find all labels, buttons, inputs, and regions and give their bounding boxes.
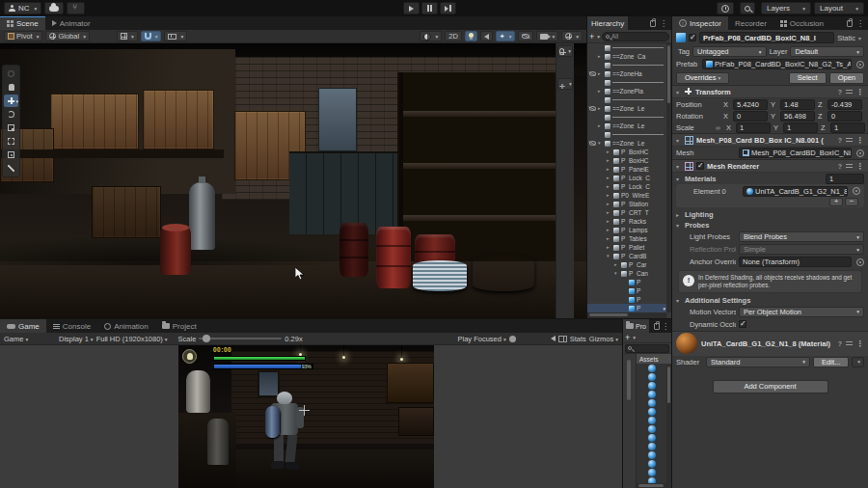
expand-arrow-icon[interactable] <box>607 243 611 252</box>
lock-icon[interactable] <box>847 20 853 27</box>
assets-vertical-scrollbar[interactable] <box>666 365 671 483</box>
active-checkbox[interactable] <box>689 34 696 41</box>
hierarchy-item[interactable]: ==Zone_Le <box>587 122 666 130</box>
foldout-arrow[interactable]: ▾ <box>676 137 682 144</box>
vsync-grid-icon[interactable] <box>558 336 567 342</box>
hierarchy-item[interactable]: P <box>587 278 666 286</box>
asset-item[interactable] <box>637 434 665 442</box>
asset-item[interactable] <box>637 391 665 398</box>
object-picker-icon[interactable] <box>856 149 864 157</box>
expand-arrow-icon[interactable] <box>607 234 611 243</box>
hierarchy-item[interactable]: P_Lock_C <box>587 182 666 191</box>
hidden-objects-toggle[interactable] <box>518 31 533 41</box>
preset-icon[interactable] <box>846 89 853 95</box>
overlay-globe-button[interactable] <box>557 45 573 57</box>
position-x-field[interactable]: 5.4240 <box>733 99 768 110</box>
hierarchy-item[interactable]: ==ZonePla <box>587 87 666 95</box>
cloud-button[interactable] <box>44 2 64 14</box>
layer-dropdown[interactable]: Default <box>790 46 864 57</box>
expand-arrow-icon[interactable] <box>607 208 611 217</box>
tab-animator[interactable]: Animator <box>45 16 97 30</box>
expand-arrow-icon[interactable] <box>607 156 611 165</box>
motion-vectors-dropdown[interactable]: Per Object Motion <box>739 307 864 317</box>
grid-snap-toggle[interactable] <box>117 31 138 41</box>
hierarchy-item[interactable]: P_PanelE <box>587 165 666 174</box>
expand-arrow-icon[interactable] <box>607 148 611 156</box>
layers-dropdown[interactable]: Layers <box>761 2 811 14</box>
hierarchy-item[interactable]: ==Zone_Ca <box>587 52 666 61</box>
kebab-menu-icon[interactable] <box>856 19 864 28</box>
draw-mode-dropdown[interactable] <box>420 31 442 41</box>
increment-snap-toggle[interactable] <box>141 31 162 41</box>
open-button[interactable]: Open <box>829 72 864 84</box>
help-icon[interactable] <box>838 162 842 171</box>
hierarchy-item[interactable]: P <box>587 295 666 304</box>
asset-item[interactable] <box>637 365 665 372</box>
expand-arrow-icon[interactable] <box>614 269 619 278</box>
project-search-input[interactable] <box>625 344 669 353</box>
expand-arrow-icon[interactable] <box>614 260 619 269</box>
expand-arrow-icon[interactable] <box>607 182 611 191</box>
add-material-button[interactable]: + <box>829 198 843 206</box>
lighting-foldout[interactable]: Lighting <box>685 210 714 219</box>
static-dropdown-arrow[interactable]: ▾ <box>858 35 864 41</box>
custom-tool-button[interactable] <box>4 162 18 175</box>
expand-arrow-icon[interactable] <box>607 252 611 260</box>
tab-game[interactable]: Game <box>0 319 46 333</box>
additional-settings-foldout[interactable]: Additional Settings <box>685 296 750 305</box>
global-search-button[interactable] <box>740 2 755 14</box>
asset-item[interactable] <box>637 399 665 407</box>
probes-foldout[interactable]: Probes <box>685 221 709 230</box>
object-picker-icon[interactable] <box>856 258 864 266</box>
hierarchy-item[interactable]: P_Pallet <box>587 243 666 252</box>
materials-count-field[interactable]: 1 <box>826 174 864 184</box>
transform-component-header[interactable]: ▾ Transform <box>672 85 868 98</box>
help-icon[interactable] <box>838 136 842 145</box>
hierarchy-item[interactable]: P_CRT_T <box>587 208 666 217</box>
remove-material-button[interactable]: − <box>845 198 858 206</box>
mute-audio-icon[interactable] <box>551 336 556 341</box>
kebab-menu-icon[interactable] <box>856 162 864 171</box>
view-tool-button[interactable] <box>4 68 18 80</box>
expand-arrow-icon[interactable] <box>607 191 611 200</box>
create-object-button[interactable]: + <box>589 32 600 41</box>
hierarchy-item[interactable]: P_Station <box>587 200 666 208</box>
position-y-field[interactable]: 1.48 <box>780 99 815 110</box>
hierarchy-item[interactable]: P_CardB <box>587 252 666 260</box>
hierarchy-item[interactable]: P_Can <box>587 269 666 278</box>
2d-toggle[interactable]: 2D <box>445 31 462 41</box>
hierarchy-item[interactable]: P_Racks <box>587 217 666 226</box>
step-button[interactable] <box>440 2 456 14</box>
tab-animation[interactable]: Animation <box>97 319 155 333</box>
shader-dropdown[interactable]: Standard <box>706 357 810 367</box>
hierarchy-item[interactable]: P_Tables <box>587 234 666 243</box>
scale-z-field[interactable]: 1 <box>830 122 865 133</box>
scene-gizmo-dropdown[interactable] <box>561 31 583 41</box>
scene-lighting-toggle[interactable] <box>465 31 477 41</box>
foldout-arrow[interactable]: ▸ <box>676 211 682 218</box>
light-probes-dropdown[interactable]: Blend Probes <box>739 231 864 242</box>
hierarchy-item[interactable]: ==Zone_Le <box>587 104 666 113</box>
rotation-y-field[interactable]: 56.498 <box>780 111 815 122</box>
create-asset-button[interactable]: + <box>625 333 636 342</box>
hierarchy-item[interactable] <box>587 43 666 52</box>
foldout-arrow[interactable]: ▾ <box>676 222 682 229</box>
add-component-button[interactable]: Add Component <box>713 380 828 393</box>
select-button[interactable]: Select <box>789 72 827 84</box>
tab-occlusion[interactable]: Occlusion <box>773 16 830 30</box>
asset-item[interactable] <box>637 382 665 390</box>
prefab-field[interactable]: PrFab_P08_CardBD_BoxIC_N8_G2_Ts_ATL <box>702 59 852 69</box>
kebab-menu-icon[interactable] <box>660 19 667 28</box>
scale-slider[interactable] <box>199 338 282 339</box>
tab-project-mini[interactable]: Pro <box>623 319 649 333</box>
expand-arrow-icon[interactable] <box>607 165 611 174</box>
rotation-z-field[interactable]: 0 <box>827 111 862 122</box>
rotate-tool-button[interactable] <box>4 108 18 121</box>
hierarchy-item[interactable] <box>587 130 666 139</box>
scale-y-field[interactable]: 1 <box>783 122 818 133</box>
asset-item[interactable] <box>637 460 665 468</box>
object-picker-icon[interactable] <box>856 61 864 68</box>
play-button[interactable] <box>403 2 420 14</box>
renderer-enabled-checkbox[interactable] <box>696 162 704 170</box>
rect-tool-button[interactable] <box>4 135 18 148</box>
